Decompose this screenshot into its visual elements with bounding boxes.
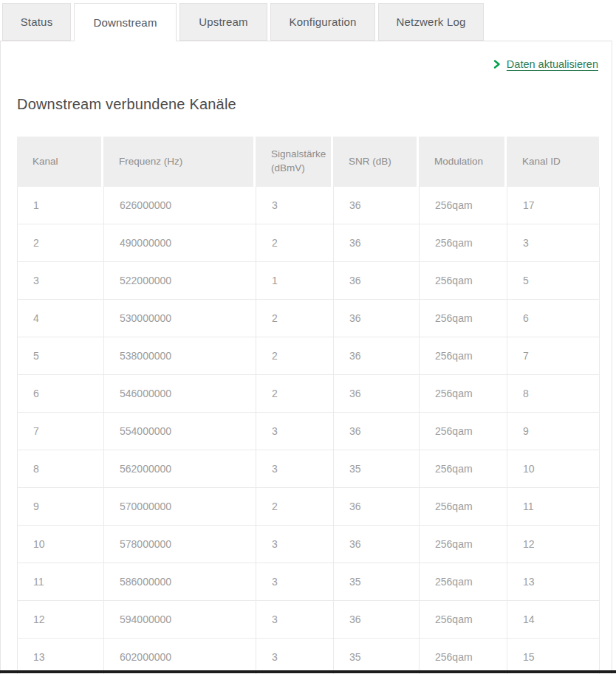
cell-kanal: 5 <box>18 337 104 375</box>
refresh-data-label: Daten aktualisieren <box>507 58 598 70</box>
tab-label: Netzwerk Log <box>396 16 465 28</box>
cell-signalstaerke: 2 <box>256 375 334 413</box>
cell-frequenz: 538000000 <box>104 337 256 375</box>
tab-label: Status <box>21 16 53 28</box>
cell-kanal-id: 10 <box>507 450 600 488</box>
cell-modulation: 256qam <box>420 224 507 262</box>
cell-kanal: 1 <box>18 187 104 224</box>
cell-signalstaerke: 2 <box>256 488 334 526</box>
cell-signalstaerke: 3 <box>256 639 334 674</box>
cell-modulation: 256qam <box>420 563 507 601</box>
tab-label: Konfiguration <box>290 16 357 28</box>
cell-kanal-id: 14 <box>507 601 600 639</box>
chevron-right-icon <box>493 59 501 69</box>
cell-snr: 36 <box>334 300 420 337</box>
cell-kanal: 12 <box>18 601 104 639</box>
refresh-data-link[interactable]: Daten aktualisieren <box>493 57 598 72</box>
cell-modulation: 256qam <box>420 375 507 413</box>
cell-kanal-id: 5 <box>507 262 600 300</box>
cell-kanal: 9 <box>18 488 104 526</box>
cell-kanal: 3 <box>18 262 104 300</box>
cell-signalstaerke: 2 <box>256 337 334 375</box>
cell-modulation: 256qam <box>420 450 507 488</box>
cell-snr: 36 <box>334 375 420 413</box>
cell-kanal: 6 <box>18 375 104 413</box>
tab-downstream[interactable]: Downstream <box>74 3 177 41</box>
cell-snr: 35 <box>334 563 420 601</box>
cell-signalstaerke: 3 <box>256 601 334 639</box>
cell-snr: 36 <box>334 337 420 375</box>
cell-kanal: 13 <box>18 639 104 674</box>
cell-modulation: 256qam <box>420 187 507 224</box>
table-header: Kanal Frequenz (Hz) Signalstärke (dBmV) … <box>17 137 599 187</box>
column-header-snr: SNR (dB) <box>333 137 419 187</box>
cell-frequenz: 522000000 <box>104 262 256 300</box>
refresh-row: Daten aktualisieren <box>17 57 598 72</box>
cell-kanal-id: 9 <box>507 413 600 450</box>
cell-modulation: 256qam <box>420 300 507 337</box>
column-header-kanal-id: Kanal ID <box>507 137 599 187</box>
column-header-signalstaerke: Signalstärke (dBmV) <box>256 137 333 187</box>
cell-kanal: 11 <box>18 563 104 601</box>
column-header-modulation: Modulation <box>419 137 507 187</box>
tab-konfiguration[interactable]: Konfiguration <box>270 3 375 41</box>
cell-signalstaerke: 2 <box>256 300 334 337</box>
cell-signalstaerke: 3 <box>256 413 334 450</box>
tab-upstream[interactable]: Upstream <box>179 3 267 41</box>
cell-modulation: 256qam <box>420 639 507 674</box>
cell-signalstaerke: 3 <box>256 450 334 488</box>
cell-signalstaerke: 2 <box>256 224 334 262</box>
cell-frequenz: 626000000 <box>104 187 256 224</box>
cell-kanal-id: 12 <box>507 526 600 563</box>
cell-kanal-id: 11 <box>507 488 600 526</box>
tab-netzwerk-log[interactable]: Netzwerk Log <box>378 3 484 41</box>
column-header-frequenz: Frequenz (Hz) <box>103 137 256 187</box>
cell-snr: 36 <box>334 262 420 300</box>
page-title: Downstream verbundene Kanäle <box>17 96 598 113</box>
cell-kanal: 2 <box>18 224 104 262</box>
bottom-edge-bar <box>0 670 616 673</box>
tab-label: Upstream <box>199 16 248 28</box>
cell-signalstaerke: 3 <box>256 526 334 563</box>
cell-frequenz: 554000000 <box>104 413 256 450</box>
cell-kanal-id: 6 <box>507 300 600 337</box>
cell-frequenz: 602000000 <box>104 639 256 674</box>
cell-modulation: 256qam <box>420 413 507 450</box>
cell-frequenz: 546000000 <box>104 375 256 413</box>
tab-bar: Status Downstream Upstream Konfiguration… <box>0 0 616 41</box>
tab-label: Downstream <box>93 16 157 29</box>
column-header-kanal: Kanal <box>17 137 103 187</box>
cell-signalstaerke: 3 <box>256 563 334 601</box>
cell-frequenz: 594000000 <box>104 601 256 639</box>
cell-kanal: 8 <box>18 450 104 488</box>
cell-kanal-id: 7 <box>507 337 600 375</box>
tab-status[interactable]: Status <box>2 3 71 41</box>
cell-frequenz: 490000000 <box>104 224 256 262</box>
cell-frequenz: 578000000 <box>104 526 256 563</box>
cell-kanal-id: 15 <box>507 639 600 674</box>
cell-signalstaerke: 3 <box>256 187 334 224</box>
cell-kanal-id: 13 <box>507 563 600 601</box>
cell-frequenz: 586000000 <box>104 563 256 601</box>
cell-kanal: 4 <box>18 300 104 337</box>
cell-signalstaerke: 1 <box>256 262 334 300</box>
cell-kanal-id: 8 <box>507 375 600 413</box>
cell-modulation: 256qam <box>420 601 507 639</box>
cell-kanal: 7 <box>18 413 104 450</box>
cell-kanal: 10 <box>18 526 104 563</box>
cell-modulation: 256qam <box>420 337 507 375</box>
cell-snr: 36 <box>334 488 420 526</box>
cell-kanal-id: 3 <box>507 224 600 262</box>
cell-snr: 36 <box>334 413 420 450</box>
cell-modulation: 256qam <box>420 526 507 563</box>
cell-snr: 36 <box>334 526 420 563</box>
table-body: 1 626000000 3 36 256qam 17 2 490000000 2… <box>17 187 599 674</box>
cell-snr: 36 <box>334 187 420 224</box>
cell-snr: 36 <box>334 601 420 639</box>
cell-kanal-id: 17 <box>507 187 600 224</box>
cell-frequenz: 530000000 <box>104 300 256 337</box>
cell-frequenz: 562000000 <box>104 450 256 488</box>
cell-modulation: 256qam <box>420 488 507 526</box>
cell-snr: 35 <box>334 450 420 488</box>
cell-modulation: 256qam <box>420 262 507 300</box>
